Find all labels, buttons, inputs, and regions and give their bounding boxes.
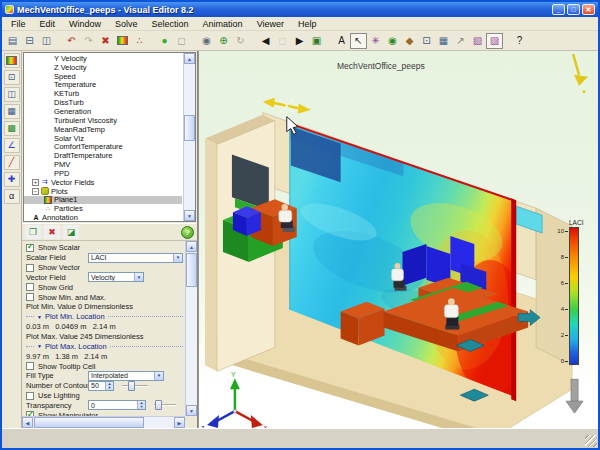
show-vector-checkbox[interactable] [26, 264, 34, 272]
print-button[interactable]: ⊟ [21, 33, 38, 49]
display-panel-button[interactable]: ⊡ [4, 70, 20, 85]
tree-item[interactable]: DraftTemperature [24, 151, 182, 160]
menu-item[interactable]: Edit [33, 18, 63, 30]
show-scalar-checkbox[interactable] [26, 244, 34, 252]
spinner-arrows-icon[interactable]: ▲▼ [105, 382, 113, 390]
context-help-button[interactable]: ? [511, 33, 528, 49]
contours-slider[interactable] [122, 385, 148, 387]
tree-item[interactable]: Annotation [24, 213, 182, 222]
model-status-button[interactable]: ● [156, 33, 173, 49]
menu-item[interactable]: Solve [108, 18, 145, 30]
show-min-max-checkbox[interactable] [26, 293, 34, 301]
scroll-right-icon[interactable]: ▶ [174, 417, 185, 428]
copy-plane-button[interactable]: ❐ [25, 225, 41, 239]
tree-item[interactable]: KETurb [24, 89, 182, 98]
scroll-left-icon[interactable]: ◀ [22, 417, 33, 428]
reel-button[interactable]: ◉ [198, 33, 215, 49]
expand-toggle-icon[interactable]: − [32, 188, 39, 195]
tree-item[interactable]: − Plots [24, 187, 182, 196]
menu-item[interactable]: Selection [145, 18, 196, 30]
scalar-field-dropdown[interactable]: LACI▼ [88, 253, 183, 263]
title-bar[interactable]: MechVentOffice_peeps - Visual Editor 8.2… [2, 2, 598, 17]
menu-item[interactable]: Window [62, 18, 108, 30]
tree-item[interactable]: Turbulent Viscosity [24, 116, 182, 125]
props-hscrollbar[interactable]: ◀ ▶ [22, 416, 185, 428]
tree-item[interactable]: Generation [24, 107, 182, 116]
pause-button[interactable]: ◻ [274, 33, 291, 49]
plot-min-location-header[interactable]: ▼Plot Min. Location [26, 312, 183, 322]
tree-item[interactable]: Y Velocity [24, 54, 182, 63]
mesh-panel-button[interactable]: ▩ [4, 121, 20, 136]
tree-item[interactable]: Speed [24, 72, 182, 81]
tree-scrollbar[interactable]: ▲ ▼ [183, 53, 195, 221]
table-panel-button[interactable]: ▦ [4, 104, 20, 119]
props-scroll-thumb[interactable] [186, 253, 197, 287]
pages-panel-button[interactable]: ◫ [4, 87, 20, 102]
probe-button[interactable]: ↗ [452, 33, 469, 49]
undo-button[interactable]: ↶ [63, 33, 80, 49]
tree-item[interactable]: MeanRadTemp [24, 125, 182, 134]
minimize-button[interactable]: _ [552, 4, 565, 15]
colormap-button[interactable] [114, 33, 131, 49]
tree-item[interactable]: Solar Viz [24, 134, 182, 143]
show-grid-checkbox[interactable] [26, 283, 34, 291]
select-tool-button[interactable]: ↖ [350, 33, 367, 49]
tree-item[interactable]: Temperature [24, 81, 182, 90]
vector-field-dropdown[interactable]: Velocity▼ [88, 272, 144, 282]
maximize-button[interactable]: □ [567, 4, 580, 15]
record-button[interactable]: ▣ [308, 33, 325, 49]
spinner-arrows-icon[interactable]: ▲▼ [137, 401, 145, 409]
scroll-down-icon[interactable]: ▼ [184, 210, 195, 221]
tree-item[interactable]: DissTurb [24, 98, 182, 107]
tree-item[interactable]: ComfortTemperature [24, 142, 182, 151]
contours-spinner[interactable]: 50▲▼ [88, 381, 114, 391]
chart-panel-button[interactable]: ∠ [4, 138, 20, 153]
menu-item[interactable]: Animation [196, 18, 250, 30]
delete-plane-button[interactable]: ✖ [44, 225, 60, 239]
colormap-panel-button[interactable] [4, 53, 20, 68]
chevron-down-icon[interactable]: ▼ [173, 254, 182, 262]
menu-item[interactable]: Viewer [250, 18, 291, 30]
plot-panel-button[interactable]: ╱ [4, 155, 20, 170]
slider-knob[interactable] [128, 381, 135, 391]
redo-button[interactable]: ↷ [80, 33, 97, 49]
use-lighting-checkbox[interactable] [26, 392, 34, 400]
film-button[interactable]: ▦ [435, 33, 452, 49]
menu-item[interactable]: Help [291, 18, 324, 30]
tree-item[interactable]: Plane1 [24, 196, 182, 205]
save-button[interactable]: ▤ [4, 33, 21, 49]
globe-button[interactable]: ⊕ [215, 33, 232, 49]
step-forward-button[interactable]: ▶ [291, 33, 308, 49]
slider-knob[interactable] [155, 400, 162, 410]
close-button[interactable]: ✕ [582, 4, 595, 15]
tree-item[interactable]: Particles [24, 204, 182, 213]
props-vscrollbar[interactable]: ▲ ▼ [185, 241, 197, 416]
show-tooltip-checkbox[interactable] [26, 362, 34, 370]
step-back-button[interactable]: ◀ [257, 33, 274, 49]
hierarchy-button[interactable]: ∴ [131, 33, 148, 49]
transform-tool-button[interactable]: ✳ [367, 33, 384, 49]
help-button[interactable]: ? [181, 226, 194, 239]
menu-item[interactable]: File [4, 18, 33, 30]
tree-item[interactable]: Z Velocity [24, 63, 182, 72]
print-preview-button[interactable]: ◫ [38, 33, 55, 49]
scroll-up-icon[interactable]: ▲ [184, 53, 195, 64]
alpha-panel-button[interactable]: α [4, 189, 20, 204]
transparency-slider[interactable] [154, 404, 176, 406]
tree-item[interactable]: + Vector Fields [24, 178, 182, 187]
wireframe-button[interactable]: ◻ [173, 33, 190, 49]
plot-max-location-header[interactable]: ▼Plot Max. Location [26, 341, 183, 351]
tree-item[interactable]: PMV [24, 160, 182, 169]
transparency-spinner[interactable]: 0▲▼ [88, 400, 146, 410]
plane-manipulator-arrow[interactable] [263, 95, 311, 117]
tree-item[interactable]: PPD [24, 169, 182, 178]
cube-view-button[interactable]: ▧ [469, 33, 486, 49]
camera-button[interactable]: ⊡ [418, 33, 435, 49]
fill-tool-button[interactable]: ◆ [401, 33, 418, 49]
delete-button[interactable]: ✖ [97, 33, 114, 49]
3d-scene-canvas[interactable]: Y x z [199, 51, 598, 428]
fly-tool-button[interactable]: ◉ [384, 33, 401, 49]
fill-type-dropdown[interactable]: Interpolated▼ [88, 371, 164, 381]
cube-view-alt-button[interactable]: ▨ [486, 33, 503, 49]
chart-plane-button[interactable]: ◪ [63, 225, 79, 239]
